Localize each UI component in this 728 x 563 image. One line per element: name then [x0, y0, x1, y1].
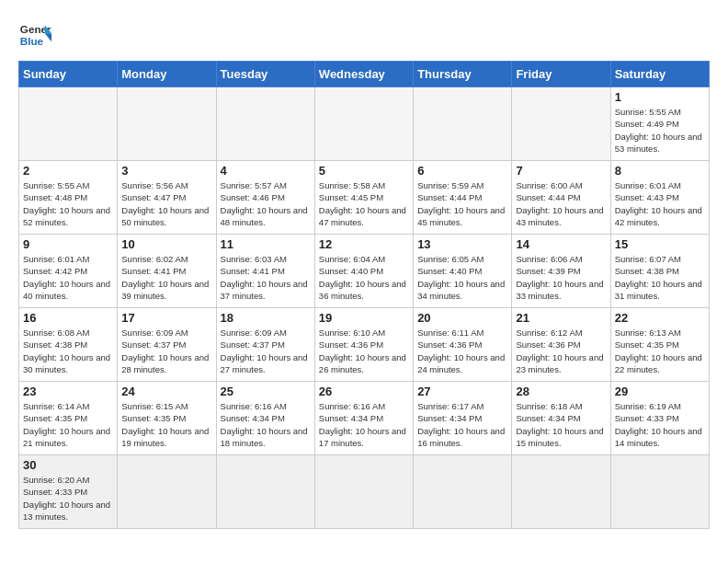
day-number: 24 [121, 385, 211, 398]
calendar-day-cell: 4Sunrise: 5:57 AM Sunset: 4:46 PM Daylig… [216, 161, 314, 235]
day-info: Sunrise: 6:01 AM Sunset: 4:42 PM Dayligh… [23, 253, 113, 302]
day-info: Sunrise: 6:08 AM Sunset: 4:38 PM Dayligh… [23, 327, 113, 375]
day-info: Sunrise: 6:07 AM Sunset: 4:38 PM Dayligh… [615, 253, 705, 302]
calendar-week-row: 2Sunrise: 5:55 AM Sunset: 4:48 PM Daylig… [19, 161, 710, 235]
calendar-table: SundayMondayTuesdayWednesdayThursdayFrid… [18, 61, 710, 529]
day-number: 11 [221, 237, 311, 251]
calendar-day-cell: 30Sunrise: 6:20 AM Sunset: 4:33 PM Dayli… [19, 455, 118, 529]
day-info: Sunrise: 5:56 AM Sunset: 4:47 PM Dayligh… [121, 179, 211, 228]
calendar-day-cell [118, 87, 216, 161]
calendar-day-cell: 9Sunrise: 6:01 AM Sunset: 4:42 PM Daylig… [19, 235, 118, 308]
weekday-header-monday: Monday [118, 62, 216, 87]
day-info: Sunrise: 6:09 AM Sunset: 4:37 PM Dayligh… [121, 327, 211, 375]
day-info: Sunrise: 6:16 AM Sunset: 4:34 PM Dayligh… [319, 400, 409, 449]
weekday-header-friday: Friday [512, 62, 610, 87]
calendar-day-cell: 8Sunrise: 6:01 AM Sunset: 4:43 PM Daylig… [610, 161, 709, 235]
day-number: 13 [417, 237, 507, 251]
day-number: 16 [23, 311, 113, 325]
day-info: Sunrise: 5:55 AM Sunset: 4:48 PM Dayligh… [23, 179, 113, 228]
day-number: 4 [221, 164, 311, 178]
calendar-body: 1Sunrise: 5:55 AM Sunset: 4:49 PM Daylig… [19, 87, 710, 529]
calendar-day-cell [610, 455, 709, 529]
calendar-week-row: 23Sunrise: 6:14 AM Sunset: 4:35 PM Dayli… [19, 382, 710, 455]
day-info: Sunrise: 6:05 AM Sunset: 4:40 PM Dayligh… [417, 253, 507, 302]
calendar-day-cell: 27Sunrise: 6:17 AM Sunset: 4:34 PM Dayli… [414, 382, 512, 455]
calendar-day-cell: 15Sunrise: 6:07 AM Sunset: 4:38 PM Dayli… [610, 235, 709, 308]
day-info: Sunrise: 5:59 AM Sunset: 4:44 PM Dayligh… [417, 179, 507, 228]
calendar-day-cell [414, 455, 512, 529]
calendar-day-cell: 18Sunrise: 6:09 AM Sunset: 4:37 PM Dayli… [216, 308, 314, 382]
logo: General Blue [18, 18, 51, 52]
svg-text:Blue: Blue [20, 35, 44, 47]
calendar-day-cell: 17Sunrise: 6:09 AM Sunset: 4:37 PM Dayli… [118, 308, 216, 382]
weekday-header-thursday: Thursday [414, 62, 512, 87]
calendar-day-cell [216, 455, 314, 529]
calendar-day-cell: 29Sunrise: 6:19 AM Sunset: 4:33 PM Dayli… [610, 382, 709, 455]
day-info: Sunrise: 6:14 AM Sunset: 4:35 PM Dayligh… [23, 400, 113, 449]
day-info: Sunrise: 6:11 AM Sunset: 4:36 PM Dayligh… [417, 327, 507, 375]
calendar-day-cell: 26Sunrise: 6:16 AM Sunset: 4:34 PM Dayli… [314, 382, 413, 455]
calendar-day-cell: 12Sunrise: 6:04 AM Sunset: 4:40 PM Dayli… [314, 235, 413, 308]
day-number: 23 [23, 385, 113, 398]
day-info: Sunrise: 6:09 AM Sunset: 4:37 PM Dayligh… [221, 327, 311, 375]
day-info: Sunrise: 6:18 AM Sunset: 4:34 PM Dayligh… [516, 400, 606, 449]
calendar-day-cell: 13Sunrise: 6:05 AM Sunset: 4:40 PM Dayli… [414, 235, 512, 308]
day-number: 30 [23, 458, 113, 472]
calendar-day-cell: 16Sunrise: 6:08 AM Sunset: 4:38 PM Dayli… [19, 308, 118, 382]
calendar-day-cell: 24Sunrise: 6:15 AM Sunset: 4:35 PM Dayli… [118, 382, 216, 455]
calendar-day-cell: 19Sunrise: 6:10 AM Sunset: 4:36 PM Dayli… [314, 308, 413, 382]
day-number: 15 [615, 237, 705, 251]
day-info: Sunrise: 6:15 AM Sunset: 4:35 PM Dayligh… [121, 400, 211, 449]
calendar-week-row: 1Sunrise: 5:55 AM Sunset: 4:49 PM Daylig… [19, 87, 710, 161]
weekday-header-saturday: Saturday [610, 62, 709, 87]
day-info: Sunrise: 6:01 AM Sunset: 4:43 PM Dayligh… [615, 179, 705, 228]
day-info: Sunrise: 6:03 AM Sunset: 4:41 PM Dayligh… [221, 253, 311, 302]
weekday-header-sunday: Sunday [19, 62, 118, 87]
day-number: 22 [615, 311, 705, 325]
day-info: Sunrise: 6:00 AM Sunset: 4:44 PM Dayligh… [516, 179, 606, 228]
calendar-day-cell: 20Sunrise: 6:11 AM Sunset: 4:36 PM Dayli… [414, 308, 512, 382]
day-number: 29 [615, 385, 705, 398]
calendar-day-cell: 1Sunrise: 5:55 AM Sunset: 4:49 PM Daylig… [610, 87, 709, 161]
day-number: 26 [319, 385, 409, 398]
weekday-header-wednesday: Wednesday [314, 62, 413, 87]
calendar-day-cell: 21Sunrise: 6:12 AM Sunset: 4:36 PM Dayli… [512, 308, 610, 382]
weekday-header-row: SundayMondayTuesdayWednesdayThursdayFrid… [19, 62, 710, 87]
day-info: Sunrise: 6:12 AM Sunset: 4:36 PM Dayligh… [516, 327, 606, 375]
day-number: 10 [121, 237, 211, 251]
calendar-day-cell [19, 87, 118, 161]
calendar-day-cell: 11Sunrise: 6:03 AM Sunset: 4:41 PM Dayli… [216, 235, 314, 308]
day-number: 8 [615, 164, 705, 178]
logo-icon: General Blue [18, 18, 51, 52]
day-info: Sunrise: 5:58 AM Sunset: 4:45 PM Dayligh… [319, 179, 409, 228]
day-number: 19 [319, 311, 409, 325]
calendar-day-cell [118, 455, 216, 529]
day-info: Sunrise: 6:10 AM Sunset: 4:36 PM Dayligh… [319, 327, 409, 375]
calendar-day-cell [314, 87, 413, 161]
day-number: 25 [221, 385, 311, 398]
calendar-day-cell: 7Sunrise: 6:00 AM Sunset: 4:44 PM Daylig… [512, 161, 610, 235]
calendar-day-cell: 10Sunrise: 6:02 AM Sunset: 4:41 PM Dayli… [118, 235, 216, 308]
day-info: Sunrise: 6:19 AM Sunset: 4:33 PM Dayligh… [615, 400, 705, 449]
day-number: 1 [615, 90, 705, 104]
day-number: 3 [121, 164, 211, 178]
day-number: 27 [417, 385, 507, 398]
day-info: Sunrise: 6:04 AM Sunset: 4:40 PM Dayligh… [319, 253, 409, 302]
calendar-day-cell: 6Sunrise: 5:59 AM Sunset: 4:44 PM Daylig… [414, 161, 512, 235]
day-info: Sunrise: 5:55 AM Sunset: 4:49 PM Dayligh… [615, 106, 705, 155]
weekday-header-tuesday: Tuesday [216, 62, 314, 87]
calendar-day-cell: 28Sunrise: 6:18 AM Sunset: 4:34 PM Dayli… [512, 382, 610, 455]
calendar-day-cell [314, 455, 413, 529]
calendar-day-cell [512, 87, 610, 161]
calendar-week-row: 16Sunrise: 6:08 AM Sunset: 4:38 PM Dayli… [19, 308, 710, 382]
calendar-day-cell [512, 455, 610, 529]
day-number: 21 [516, 311, 606, 325]
day-number: 6 [417, 164, 507, 178]
page-header: General Blue [18, 18, 710, 52]
calendar-day-cell: 23Sunrise: 6:14 AM Sunset: 4:35 PM Dayli… [19, 382, 118, 455]
calendar-day-cell [414, 87, 512, 161]
day-info: Sunrise: 5:57 AM Sunset: 4:46 PM Dayligh… [221, 179, 311, 228]
calendar-day-cell: 3Sunrise: 5:56 AM Sunset: 4:47 PM Daylig… [118, 161, 216, 235]
calendar-day-cell: 25Sunrise: 6:16 AM Sunset: 4:34 PM Dayli… [216, 382, 314, 455]
day-number: 14 [516, 237, 606, 251]
